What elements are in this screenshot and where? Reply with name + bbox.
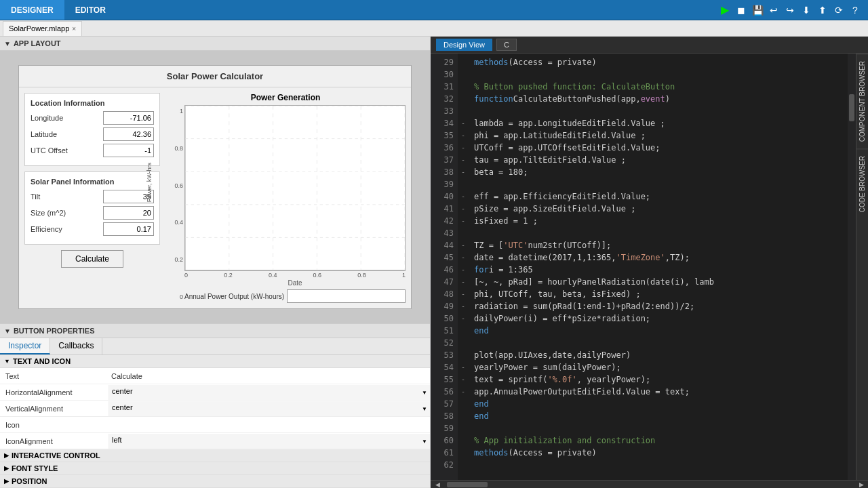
scroll-right-btn[interactable]: ▶ [854, 481, 868, 488]
solar-title: Solar Panel Information [31, 178, 154, 186]
align-icon[interactable]: ⬇ [799, 3, 814, 18]
diff-column: ------------------ [458, 54, 469, 480]
code-plain: isFixed = 1 ; [474, 215, 538, 227]
save-icon[interactable]: 💾 [750, 3, 765, 18]
diff-marker: - [458, 300, 469, 312]
diff-marker [458, 447, 469, 459]
code-area: 2930313233343536373839404142434445464748… [431, 54, 868, 480]
code-kw: methods [474, 56, 509, 68]
ytick-0.6: 0.6 [174, 182, 183, 189]
annual-row: Annual Power Output (kW-hours) [184, 289, 406, 303]
font-section[interactable]: ▶ FONT STYLE [0, 462, 430, 475]
position-label: POSITION [12, 477, 47, 485]
interactive-label: INTERACTIVE CONTROL [12, 451, 100, 460]
code-line: dailyPower(i) = eff*pSize*radiation; [474, 312, 842, 325]
design-view-btn[interactable]: Design View [436, 39, 492, 51]
code-plain: tau = app.TiltEditField.Value ; [474, 154, 626, 166]
distribute-icon[interactable]: ⬆ [815, 3, 830, 18]
scroll-left-btn[interactable]: ◀ [431, 481, 444, 488]
ytick-0.4: 0.4 [174, 219, 183, 226]
component-browser-tab[interactable]: COMPONENT BROWSER [856, 54, 868, 148]
help-icon[interactable]: ? [848, 3, 863, 18]
font-label: FONT STYLE [12, 464, 58, 472]
calculate-button[interactable]: Calculate [61, 250, 123, 268]
chart-area [184, 105, 406, 271]
file-tab-close[interactable]: × [72, 25, 76, 33]
longitude-input[interactable] [103, 111, 154, 125]
file-tab[interactable]: SolarPower.mlapp × [3, 21, 82, 36]
bottom-scroll-thumb[interactable] [447, 482, 488, 487]
code-plain: beta = 180; [474, 166, 528, 178]
code-content[interactable]: methods (Access = private) % Button push… [469, 54, 848, 480]
diff-marker: - [458, 288, 469, 300]
toolbar-icons: ▶ ◼ 💾 ↩ ↪ ⬇ ⬆ ⟳ ? [717, 3, 868, 18]
code-plain: i = 1:365 [489, 264, 533, 276]
line-number: 55 [431, 373, 458, 386]
tilt-row: Tilt [31, 190, 154, 203]
app-layout-chevron: ▼ [4, 40, 11, 47]
right-scrollbar[interactable] [848, 54, 856, 480]
line-number: 47 [431, 276, 458, 288]
redo-icon[interactable]: ↪ [783, 3, 797, 18]
right-scroll-thumb[interactable] [849, 94, 854, 121]
line-number: 57 [431, 398, 458, 410]
code-str: 'TimeZone' [616, 251, 665, 264]
prop-valign-key: VerticalAlignment [0, 405, 108, 413]
location-title: Location Information [31, 99, 154, 107]
prop-iconalign-select[interactable]: left ▼ [108, 434, 430, 449]
diff-marker: - [458, 239, 469, 251]
designer-tab[interactable]: DESIGNER [0, 0, 64, 20]
size-input[interactable] [103, 206, 154, 220]
utcoffset-input[interactable] [103, 144, 154, 157]
app-layout-header[interactable]: ▼ APP LAYOUT [0, 37, 430, 51]
code-plain: date = datetime(2017,1,1:365, [474, 251, 616, 264]
bottom-scrollbar[interactable]: ◀ ▶ [431, 480, 868, 488]
diff-marker [458, 337, 469, 349]
c-btn[interactable]: C [496, 39, 517, 51]
prop-text-value[interactable]: Calculate [108, 372, 430, 380]
code-plain: eff = app.EfficiencyEditField.Value; [474, 190, 650, 203]
code-plain: pSize = app.SizeEditField.Value ; [474, 203, 635, 215]
line-number: 51 [431, 325, 458, 337]
diff-marker: - [458, 264, 469, 276]
refresh-icon[interactable]: ⟳ [831, 3, 846, 18]
editor-tab[interactable]: EDITOR [64, 0, 117, 20]
code-editor: Design View C 29303132333435363738394041… [431, 37, 868, 488]
inspector-tab[interactable]: Inspector [0, 338, 50, 354]
stop-icon[interactable]: ◼ [734, 3, 749, 18]
latitude-input[interactable] [103, 127, 154, 141]
ytick-0.2: 0.2 [174, 256, 183, 263]
ytick-1: 1 [180, 108, 183, 115]
run-icon[interactable]: ▶ [717, 3, 732, 18]
prop-halign-select[interactable]: center ▼ [108, 385, 430, 400]
btn-props-header[interactable]: ▼ BUTTON PROPERTIES [0, 324, 430, 338]
position-section[interactable]: ▶ POSITION [0, 475, 430, 488]
code-event-kw: event [641, 93, 665, 105]
diff-marker: - [458, 251, 469, 264]
code-line: % App initialization and construction [474, 434, 842, 447]
latitude-label: Latitude [31, 130, 57, 138]
annual-output-input[interactable] [287, 289, 406, 303]
undo-icon[interactable]: ↩ [766, 3, 781, 18]
code-line: UTCoff = app.UTCOffsetEditField.Value; [474, 142, 842, 154]
callbacks-tab[interactable]: Callbacks [50, 338, 102, 354]
code-line: text = sprintf('%.0f', yearlyPower); [474, 373, 842, 386]
text-icon-section[interactable]: ▼ TEXT AND ICON [0, 355, 430, 368]
line-number: 35 [431, 129, 458, 142]
code-line [474, 68, 842, 81]
font-chevron: ▶ [4, 465, 9, 472]
xtick-1: 1 [402, 272, 406, 279]
code-browser-tab[interactable]: CODE BROWSER [856, 148, 868, 219]
diff-marker [458, 227, 469, 239]
code-line: TZ = ['UTC' num2str(UTCoff)]; [474, 239, 842, 251]
code-line: radiation = sum(pRad(1:end-1)+pRad(2:end… [474, 300, 842, 312]
line-number: 54 [431, 361, 458, 373]
line-number: 42 [431, 215, 458, 227]
code-line: yearlyPower = sum(dailyPower); [474, 361, 842, 373]
line-number: 37 [431, 154, 458, 166]
efficiency-input[interactable] [103, 222, 154, 236]
prop-valign-select[interactable]: center ▼ [108, 401, 430, 416]
xtick-0: 0 [184, 272, 188, 279]
xtick-0.2: 0.2 [224, 272, 233, 279]
interactive-section[interactable]: ▶ INTERACTIVE CONTROL [0, 449, 430, 462]
